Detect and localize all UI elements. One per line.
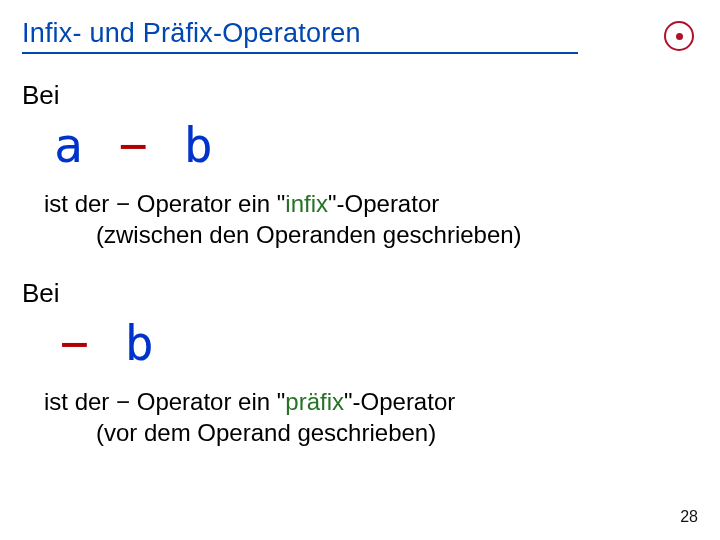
section2-keyword: präfix (285, 388, 344, 415)
section2-desc: ist der − Operator ein "präfix"-Operator… (44, 387, 694, 448)
section1-desc-post: "-Operator (328, 190, 439, 217)
section2-desc-pre: ist der − Operator ein " (44, 388, 285, 415)
title-underline (22, 52, 578, 54)
section2-expression: − b (54, 315, 694, 371)
page-number: 28 (680, 508, 698, 526)
title-row: Infix- und Präfix-Operatoren (22, 18, 694, 54)
slide-body: Bei a − b ist der − Operator ein "infix"… (22, 80, 694, 449)
slide: Infix- und Präfix-Operatoren Bei a − b i… (0, 0, 720, 540)
section1-expression: a − b (54, 117, 694, 173)
section1-desc-pre: ist der − Operator ein " (44, 190, 285, 217)
logo-icon (664, 21, 694, 51)
logo-dot-icon (676, 33, 683, 40)
slide-title: Infix- und Präfix-Operatoren (22, 18, 578, 49)
section2-lead: Bei (22, 278, 694, 309)
section1-lead: Bei (22, 80, 694, 111)
section1-desc: ist der − Operator ein "infix"-Operator … (44, 189, 694, 250)
section2-desc-post: "-Operator (344, 388, 455, 415)
section-gap (22, 250, 694, 278)
section1-desc-sub: (zwischen den Operanden geschrieben) (96, 220, 694, 251)
operator-minus: − (54, 315, 95, 371)
operator-minus: − (113, 117, 154, 173)
operand-a: a (54, 117, 83, 173)
section2-desc-sub: (vor dem Operand geschrieben) (96, 418, 694, 449)
section1-keyword: infix (285, 190, 328, 217)
title-wrap: Infix- und Präfix-Operatoren (22, 18, 578, 54)
operand-b: b (125, 315, 154, 371)
operand-b: b (184, 117, 213, 173)
